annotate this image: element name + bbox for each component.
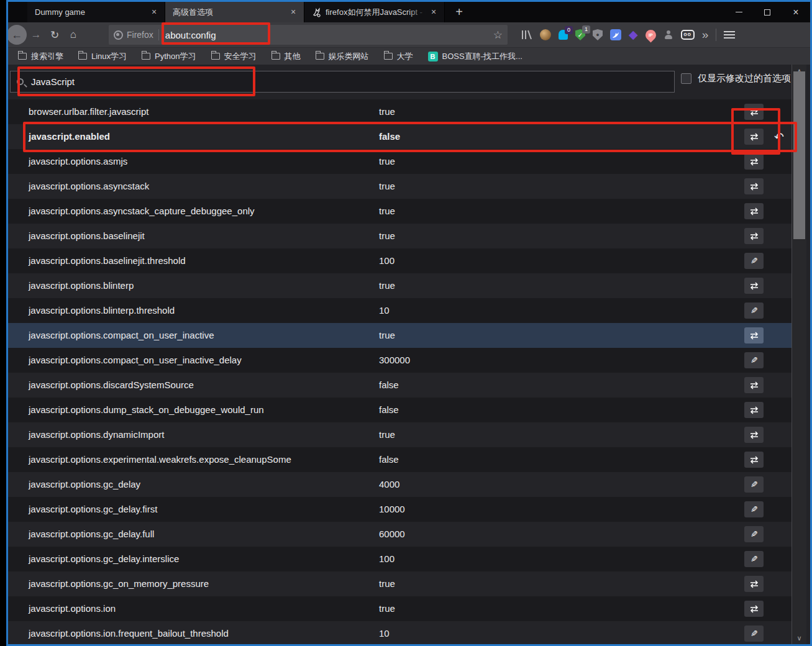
hamburger-menu-icon[interactable] — [724, 31, 735, 39]
pref-name: javascript.options.experimental.weakrefs… — [29, 447, 291, 472]
minimize-button[interactable] — [724, 2, 753, 22]
pref-row[interactable]: javascript.options.asyncstack_capture_de… — [8, 199, 791, 224]
pref-action-button[interactable]: ✎ — [744, 626, 764, 642]
ghostery-icon[interactable]: 0 — [559, 30, 568, 40]
toggle-icon — [749, 183, 759, 191]
tab-dummy-game[interactable]: Dummy game × — [27, 2, 165, 22]
privacy-shield-lock-icon[interactable]: ● — [593, 29, 603, 40]
pref-name: javascript.options.gc_delay.first — [29, 497, 157, 522]
bookmark-item[interactable]: 搜索引擎 — [18, 51, 63, 62]
pref-row[interactable]: javascript.options.baselinejit.threshold… — [8, 248, 791, 273]
pref-action-button[interactable]: ✎ — [744, 178, 764, 194]
edit-icon: ✎ — [750, 629, 758, 639]
tab-advanced-preferences[interactable]: 高级首选项 × — [165, 2, 304, 22]
bookmark-item[interactable]: Linux学习 — [78, 51, 127, 62]
pref-value: true — [379, 99, 395, 124]
close-window-button[interactable]: × — [782, 2, 810, 22]
pref-action-button[interactable]: ✎ — [744, 203, 764, 219]
user-agent-icon[interactable] — [664, 30, 673, 40]
pref-value: 60000 — [379, 522, 405, 547]
pref-value: true — [379, 174, 395, 199]
pref-action-button[interactable]: ✎ — [744, 601, 764, 617]
adblock-shield-icon[interactable]: ✓ 1 — [575, 29, 585, 40]
bookmark-item[interactable]: 大学 — [384, 51, 413, 62]
bookmark-item[interactable]: 其他 — [271, 51, 301, 62]
bookmark-item[interactable]: 娱乐类网站 — [316, 51, 369, 62]
pref-row[interactable]: javascript.options.ion true ✎ — [8, 596, 791, 621]
pref-row[interactable]: javascript.options.compact_on_user_inact… — [8, 348, 791, 373]
red-annotation-javascript-enabled-row — [23, 122, 797, 152]
bookmark-star-icon[interactable]: ☆ — [493, 29, 503, 42]
scrollbar-thumb[interactable] — [793, 71, 805, 239]
pref-row[interactable]: javascript.options.compact_on_user_inact… — [8, 323, 791, 348]
back-button[interactable]: ← — [8, 25, 27, 45]
scroll-down-arrow[interactable]: ∨ — [792, 633, 806, 643]
pref-row[interactable]: javascript.options.gc_delay.full 60000 ✎ — [8, 522, 791, 547]
home-button[interactable]: ⌂ — [64, 29, 83, 41]
profile-avatar-icon[interactable] — [540, 29, 551, 40]
reload-button[interactable]: ↻ — [45, 29, 64, 42]
pref-action-button[interactable]: ✎ — [744, 402, 764, 418]
overflow-chevrons-icon[interactable]: » — [702, 28, 709, 42]
bookmark-item[interactable]: 安全学习 — [211, 51, 257, 62]
pref-action-button[interactable]: ✎ — [744, 526, 764, 542]
pref-action-button[interactable]: ✎ — [744, 278, 764, 294]
pref-row[interactable]: javascript.options.ion.frequent_bailout_… — [8, 621, 791, 644]
pref-row[interactable]: javascript.options.gc_delay.first 10000 … — [8, 497, 791, 522]
forward-button[interactable]: → — [27, 29, 45, 41]
pref-row[interactable]: javascript.options.dynamicImport true ✎ — [8, 422, 791, 447]
pref-action-button[interactable]: ✎ — [744, 452, 764, 468]
pref-row[interactable]: javascript.options.experimental.weakrefs… — [8, 447, 791, 472]
pref-name: javascript.options.gc_delay.interslice — [29, 547, 179, 571]
pref-action-button[interactable]: ✎ — [744, 427, 764, 443]
pref-name: javascript.options.asyncstack_capture_de… — [29, 199, 255, 224]
tab-close-icon[interactable]: × — [288, 7, 299, 18]
tab-disable-javascript-search[interactable]: firefox如何禁用JavaScript - Pl × — [304, 2, 445, 22]
pref-row[interactable]: javascript.options.blinterp true ✎ — [8, 273, 791, 298]
ip-location-pin-icon[interactable]: IP — [645, 30, 656, 40]
folder-icon — [384, 53, 393, 60]
show-modified-checkbox[interactable] — [681, 73, 691, 84]
pref-action-button[interactable]: ✎ — [744, 551, 764, 567]
new-tab-button[interactable]: + — [450, 2, 468, 22]
pref-row[interactable]: javascript.options.asyncstack true ✎ — [8, 174, 791, 199]
pref-name: javascript.options.ion.frequent_bailout_… — [29, 621, 229, 644]
pref-action-button[interactable]: ✎ — [744, 377, 764, 393]
pref-row[interactable]: javascript.options.baselinejit true ✎ — [8, 224, 791, 248]
pref-value: true — [379, 422, 395, 447]
library-icon[interactable] — [521, 30, 532, 40]
bookmark-item[interactable]: B BOSS直聘-找工作我... — [428, 51, 522, 62]
pref-name: javascript.options.gc_on_memory_pressure — [29, 571, 209, 596]
pref-row[interactable]: javascript.options.gc_on_memory_pressure… — [8, 571, 791, 596]
pref-action-button[interactable]: ✎ — [744, 228, 764, 244]
tab-close-icon[interactable]: × — [148, 7, 160, 18]
pref-action-button[interactable]: ✎ — [744, 501, 764, 517]
pref-row[interactable]: javascript.options.blinterp.threshold 10… — [8, 298, 791, 323]
firefox-identity-label: Firefox — [127, 30, 153, 40]
pref-value: true — [379, 224, 395, 248]
pref-action-button[interactable]: ✎ — [744, 576, 764, 592]
container-goggles-icon[interactable]: oo — [681, 30, 695, 40]
pref-row[interactable]: javascript.options.discardSystemSource f… — [8, 373, 791, 398]
pref-action-button[interactable]: ✎ — [744, 153, 764, 170]
pref-row[interactable]: javascript.options.dump_stack_on_debugge… — [8, 398, 791, 422]
tab-close-icon[interactable]: × — [428, 7, 439, 18]
bird-extension-icon[interactable] — [610, 29, 621, 40]
pref-action-button[interactable]: ✎ — [744, 352, 764, 368]
pref-row[interactable]: javascript.options.gc_delay.interslice 1… — [8, 547, 791, 571]
toggle-icon — [749, 406, 759, 414]
pref-row[interactable]: javascript.options.asmjs true ✎ — [8, 149, 791, 174]
maximize-button[interactable] — [753, 2, 782, 22]
pref-value: true — [379, 323, 395, 348]
pref-action-button[interactable]: ✎ — [744, 476, 764, 493]
toggle-icon — [749, 580, 759, 588]
bookmark-item[interactable]: Python学习 — [142, 51, 196, 62]
pref-action-button[interactable]: ✎ — [744, 327, 764, 343]
pref-action-button[interactable]: ✎ — [744, 253, 764, 269]
pref-row[interactable]: javascript.options.gc_delay 4000 ✎ — [8, 472, 791, 497]
pref-table: browser.urlbar.filter.javascript true ✎ … — [8, 99, 791, 644]
layers-extension-icon[interactable]: ◆ — [629, 29, 638, 40]
pref-action-button[interactable]: ✎ — [744, 303, 764, 319]
pref-row[interactable]: browser.urlbar.filter.javascript true ✎ — [8, 99, 791, 124]
pref-value: 4000 — [379, 472, 399, 497]
